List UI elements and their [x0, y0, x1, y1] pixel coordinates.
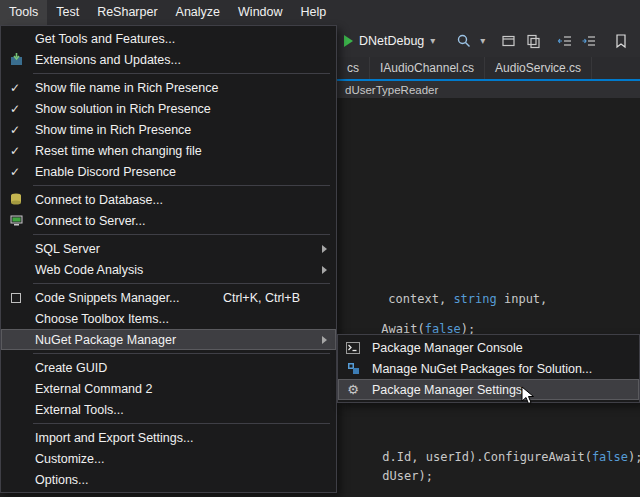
copy-icon[interactable] — [525, 32, 541, 50]
database-icon — [8, 192, 24, 208]
breadcrumb[interactable]: dUserTypeReader — [345, 84, 438, 96]
submenu-arrow-icon — [322, 245, 327, 253]
mouse-cursor — [521, 386, 539, 410]
menu-item-enable-discord-presence[interactable]: ✓ Enable Discord Presence — [1, 161, 336, 182]
chevron-down-icon[interactable]: ▾ — [480, 36, 485, 46]
menu-separator — [33, 73, 330, 74]
menu-item-options[interactable]: Options... — [1, 469, 336, 490]
menu-item-label: Connect to Server... — [35, 214, 145, 228]
code-line: se); — [338, 482, 410, 497]
menu-item-code-snippets-manager[interactable]: Code Snippets Manager... Ctrl+K, Ctrl+B — [1, 287, 336, 308]
console-icon — [345, 340, 361, 356]
menubar-item-tools[interactable]: Tools — [0, 0, 47, 25]
menu-item-label: NuGet Package Manager — [35, 333, 176, 347]
checkmark-icon: ✓ — [10, 144, 20, 158]
menu-item-label: Extensions and Updates... — [35, 53, 181, 67]
menubar-item-window[interactable]: Window — [229, 0, 291, 25]
menu-item-external-tools[interactable]: External Tools... — [1, 399, 336, 420]
snippet-icon — [8, 290, 24, 306]
menu-item-label: Reset time when changing file — [35, 144, 202, 158]
menu-item-label: Code Snippets Manager... — [35, 291, 180, 305]
menu-item-label: Show time in Rich Presence — [35, 123, 191, 137]
play-icon — [344, 35, 353, 47]
menu-item-label: Manage NuGet Packages for Solution... — [372, 362, 592, 376]
menu-separator — [33, 353, 330, 354]
menu-item-label: Choose Toolbox Items... — [35, 312, 169, 326]
server-icon — [8, 213, 24, 229]
submenu-item-manage-nuget-packages[interactable]: Manage NuGet Packages for Solution... — [338, 358, 639, 379]
submenu-item-package-manager-console[interactable]: Package Manager Console — [338, 337, 639, 358]
packages-icon — [345, 361, 361, 377]
menu-item-extensions-and-updates[interactable]: Extensions and Updates... — [1, 49, 336, 70]
menubar-item-analyze[interactable]: Analyze — [167, 0, 229, 25]
document-tabstrip: cs IAudioChannel.cs AudioService.cs — [337, 57, 640, 81]
menu-item-label: Package Manager Settings — [372, 383, 522, 397]
menu-item-label: Customize... — [35, 452, 104, 466]
toolbar: DNetDebug ▾ ▾ — [337, 25, 640, 57]
checkmark-icon: ✓ — [10, 123, 20, 137]
menu-item-label: Enable Discord Presence — [35, 165, 176, 179]
menu-item-label: SQL Server — [35, 242, 100, 256]
menu-item-label: Web Code Analysis — [35, 263, 143, 277]
menu-item-label: Get Tools and Features... — [35, 32, 175, 46]
menu-item-shortcut: Ctrl+K, Ctrl+B — [223, 291, 326, 305]
menu-item-import-export-settings[interactable]: Import and Export Settings... — [1, 427, 336, 448]
tools-menu: Get Tools and Features... Extensions and… — [0, 25, 337, 493]
code-editor[interactable]: context, string input, Await(false); d.I… — [337, 98, 640, 497]
checkmark-icon: ✓ — [10, 81, 20, 95]
menu-item-label: Options... — [35, 473, 89, 487]
debug-target-label: DNetDebug — [359, 34, 424, 48]
document-tab-iaudiochannel[interactable]: IAudioChannel.cs — [370, 57, 485, 79]
document-tab-audioservice[interactable]: AudioService.cs — [485, 57, 592, 79]
menu-separator — [33, 423, 330, 424]
gear-icon: ⚙ — [345, 382, 361, 398]
menu-item-show-solution-rich-presence[interactable]: ✓ Show solution in Rich Presence — [1, 98, 336, 119]
menu-item-label: Connect to Database... — [35, 193, 163, 207]
menu-item-sql-server[interactable]: SQL Server — [1, 238, 336, 259]
menu-item-label: External Command 2 — [35, 382, 152, 396]
indent-icon[interactable] — [581, 32, 597, 50]
window-icon[interactable] — [501, 32, 517, 50]
menubar-item-help[interactable]: Help — [292, 0, 336, 25]
menu-item-label: Import and Export Settings... — [35, 431, 193, 445]
extensions-icon — [8, 52, 24, 68]
menu-item-label: External Tools... — [35, 403, 124, 417]
checkmark-icon: ✓ — [10, 165, 20, 179]
menu-item-choose-toolbox-items[interactable]: Choose Toolbox Items... — [1, 308, 336, 329]
menu-item-get-tools-and-features[interactable]: Get Tools and Features... — [1, 28, 336, 49]
submenu-arrow-icon — [322, 336, 327, 344]
chevron-down-icon: ▾ — [430, 36, 435, 46]
navigation-bar: dUserTypeReader — [337, 81, 640, 98]
menubar-item-resharper[interactable]: ReSharper — [88, 0, 166, 25]
menubar-item-test[interactable]: Test — [47, 0, 88, 25]
menu-separator — [33, 234, 330, 235]
vs-window: Tools Test ReSharper Analyze Window Help… — [0, 0, 640, 497]
menu-separator — [33, 283, 330, 284]
menu-item-label: Create GUID — [35, 361, 107, 375]
menu-item-label: Show file name in Rich Presence — [35, 81, 218, 95]
nuget-package-manager-submenu: Package Manager Console Manage NuGet Pac… — [337, 334, 640, 403]
menu-item-connect-to-server[interactable]: Connect to Server... — [1, 210, 336, 231]
menubar: Tools Test ReSharper Analyze Window Help — [0, 0, 640, 25]
start-debugging-button[interactable]: DNetDebug ▾ — [339, 31, 440, 51]
outdent-icon[interactable] — [557, 32, 573, 50]
menu-item-create-guid[interactable]: Create GUID — [1, 357, 336, 378]
submenu-arrow-icon — [322, 266, 327, 274]
menu-separator — [33, 185, 330, 186]
menu-item-reset-time-changing-file[interactable]: ✓ Reset time when changing file — [1, 140, 336, 161]
document-tab[interactable]: cs — [337, 57, 370, 79]
menu-item-web-code-analysis[interactable]: Web Code Analysis — [1, 259, 336, 280]
menu-item-customize[interactable]: Customize... — [1, 448, 336, 469]
menu-item-connect-to-database[interactable]: Connect to Database... — [1, 189, 336, 210]
bookmark-icon[interactable] — [613, 32, 629, 50]
menu-item-label: Package Manager Console — [372, 341, 523, 355]
menu-item-external-command-2[interactable]: External Command 2 — [1, 378, 336, 399]
menu-item-nuget-package-manager[interactable]: NuGet Package Manager — [1, 329, 336, 350]
menu-item-label: Show solution in Rich Presence — [35, 102, 211, 116]
checkmark-icon: ✓ — [10, 102, 20, 116]
menu-item-show-time-rich-presence[interactable]: ✓ Show time in Rich Presence — [1, 119, 336, 140]
submenu-item-package-manager-settings[interactable]: ⚙ Package Manager Settings — [338, 379, 639, 400]
menu-item-show-file-name-rich-presence[interactable]: ✓ Show file name in Rich Presence — [1, 77, 336, 98]
find-icon[interactable] — [456, 32, 472, 50]
